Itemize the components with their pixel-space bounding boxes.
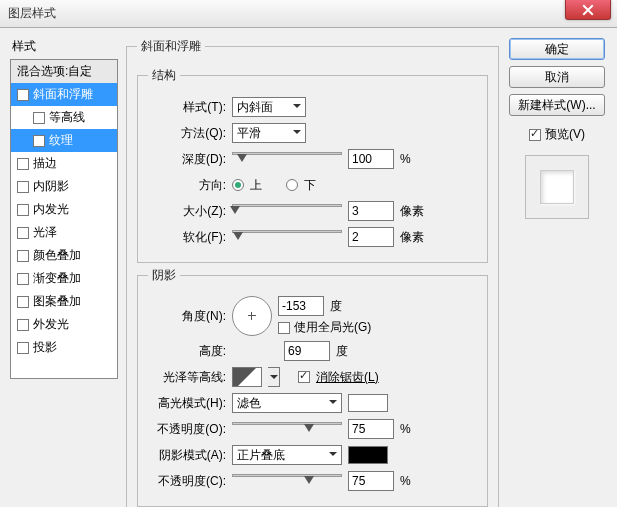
direction-down-radio[interactable]: [286, 179, 298, 191]
cancel-button[interactable]: 取消: [509, 66, 605, 88]
style-item[interactable]: 颜色叠加: [11, 244, 117, 267]
shading-legend: 阴影: [148, 267, 180, 284]
style-label: 样式(T):: [148, 99, 226, 116]
shadow-mode-label: 阴影模式(A):: [148, 447, 226, 464]
style-checkbox[interactable]: [17, 273, 29, 285]
bevel-group: 斜面和浮雕 结构 样式(T): 内斜面 方法(Q): 平滑 深度(D): %: [126, 38, 499, 507]
angle-dial[interactable]: [232, 296, 272, 336]
style-item-label: 斜面和浮雕: [33, 86, 93, 103]
style-item[interactable]: 斜面和浮雕: [11, 83, 117, 106]
global-light-label: 使用全局光(G): [294, 319, 371, 336]
style-item-label: 纹理: [49, 132, 73, 149]
highlight-opacity-label: 不透明度(O):: [148, 421, 226, 438]
style-item-label: 内发光: [33, 201, 69, 218]
direction-up-radio[interactable]: [232, 179, 244, 191]
global-light-checkbox[interactable]: [278, 322, 290, 334]
style-item[interactable]: 纹理: [11, 129, 117, 152]
style-checkbox[interactable]: [17, 204, 29, 216]
style-item[interactable]: 等高线: [11, 106, 117, 129]
style-item-label: 等高线: [49, 109, 85, 126]
style-item[interactable]: 内阴影: [11, 175, 117, 198]
style-checkbox[interactable]: [17, 250, 29, 262]
style-checkbox[interactable]: [17, 181, 29, 193]
size-input[interactable]: [348, 201, 394, 221]
style-item-label: 光泽: [33, 224, 57, 241]
preview-checkbox[interactable]: [529, 129, 541, 141]
style-item-label: 投影: [33, 339, 57, 356]
styles-label: 样式: [10, 38, 118, 55]
shadow-opacity-label: 不透明度(C):: [148, 473, 226, 490]
preview-thumbnail: [540, 170, 574, 204]
soften-label: 软化(F):: [148, 229, 226, 246]
px-unit: 像素: [400, 229, 430, 246]
size-slider[interactable]: [232, 202, 342, 220]
dialog-content: 样式 混合选项:自定 斜面和浮雕等高线纹理描边内阴影内发光光泽颜色叠加渐变叠加图…: [0, 28, 617, 507]
window-title: 图层样式: [8, 5, 56, 22]
altitude-input[interactable]: [284, 341, 330, 361]
style-item-label: 描边: [33, 155, 57, 172]
style-list: 混合选项:自定 斜面和浮雕等高线纹理描边内阴影内发光光泽颜色叠加渐变叠加图案叠加…: [10, 59, 118, 379]
style-checkbox[interactable]: [33, 135, 45, 147]
bevel-legend: 斜面和浮雕: [137, 38, 205, 55]
close-button[interactable]: [565, 0, 611, 20]
depth-input[interactable]: [348, 149, 394, 169]
soften-slider[interactable]: [232, 228, 342, 246]
style-checkbox[interactable]: [17, 319, 29, 331]
style-item[interactable]: 内发光: [11, 198, 117, 221]
style-item-label: 内阴影: [33, 178, 69, 195]
shading-group: 阴影 角度(N): 度 使用全局光(G): [137, 267, 488, 507]
method-select[interactable]: 平滑: [232, 123, 306, 143]
preview-label: 预览(V): [545, 126, 585, 143]
deg-unit: 度: [330, 298, 342, 315]
depth-slider[interactable]: [232, 150, 342, 168]
style-checkbox[interactable]: [17, 227, 29, 239]
structure-legend: 结构: [148, 67, 180, 84]
style-item[interactable]: 图案叠加: [11, 290, 117, 313]
shadow-color-swatch[interactable]: [348, 446, 388, 464]
new-style-button[interactable]: 新建样式(W)...: [509, 94, 605, 116]
ok-button[interactable]: 确定: [509, 38, 605, 60]
preview-box: [525, 155, 589, 219]
percent-unit: %: [400, 152, 430, 166]
highlight-opacity-input[interactable]: [348, 419, 394, 439]
gloss-contour-label: 光泽等高线:: [148, 369, 226, 386]
shadow-opacity-input[interactable]: [348, 471, 394, 491]
highlight-opacity-slider[interactable]: [232, 420, 342, 438]
style-checkbox[interactable]: [17, 342, 29, 354]
style-checkbox[interactable]: [33, 112, 45, 124]
highlight-color-swatch[interactable]: [348, 394, 388, 412]
highlight-mode-select[interactable]: 滤色: [232, 393, 342, 413]
style-checkbox[interactable]: [17, 158, 29, 170]
style-checkbox[interactable]: [17, 89, 29, 101]
chevron-down-icon: [270, 375, 278, 383]
shadow-mode-select[interactable]: 正片叠底: [232, 445, 342, 465]
method-label: 方法(Q):: [148, 125, 226, 142]
gloss-contour-dropdown[interactable]: [268, 367, 280, 387]
style-item[interactable]: 描边: [11, 152, 117, 175]
chevron-down-icon: [293, 130, 301, 138]
blend-options-header[interactable]: 混合选项:自定: [11, 60, 117, 83]
main-panel: 斜面和浮雕 结构 样式(T): 内斜面 方法(Q): 平滑 深度(D): %: [126, 38, 499, 497]
style-item[interactable]: 外发光: [11, 313, 117, 336]
style-item[interactable]: 渐变叠加: [11, 267, 117, 290]
direction-label: 方向:: [148, 177, 226, 194]
style-item-label: 图案叠加: [33, 293, 81, 310]
antialias-checkbox[interactable]: [298, 371, 310, 383]
chevron-down-icon: [329, 452, 337, 460]
size-label: 大小(Z):: [148, 203, 226, 220]
chevron-down-icon: [293, 104, 301, 112]
gloss-contour-swatch[interactable]: [232, 367, 262, 387]
style-item[interactable]: 光泽: [11, 221, 117, 244]
antialias-label: 消除锯齿(L): [316, 369, 379, 386]
titlebar: 图层样式: [0, 0, 617, 28]
altitude-label: 高度:: [148, 343, 226, 360]
style-item-label: 颜色叠加: [33, 247, 81, 264]
soften-input[interactable]: [348, 227, 394, 247]
shadow-opacity-slider[interactable]: [232, 472, 342, 490]
style-item[interactable]: 投影: [11, 336, 117, 359]
angle-label: 角度(N):: [148, 308, 226, 325]
style-checkbox[interactable]: [17, 296, 29, 308]
angle-input[interactable]: [278, 296, 324, 316]
style-select[interactable]: 内斜面: [232, 97, 306, 117]
style-item-label: 渐变叠加: [33, 270, 81, 287]
